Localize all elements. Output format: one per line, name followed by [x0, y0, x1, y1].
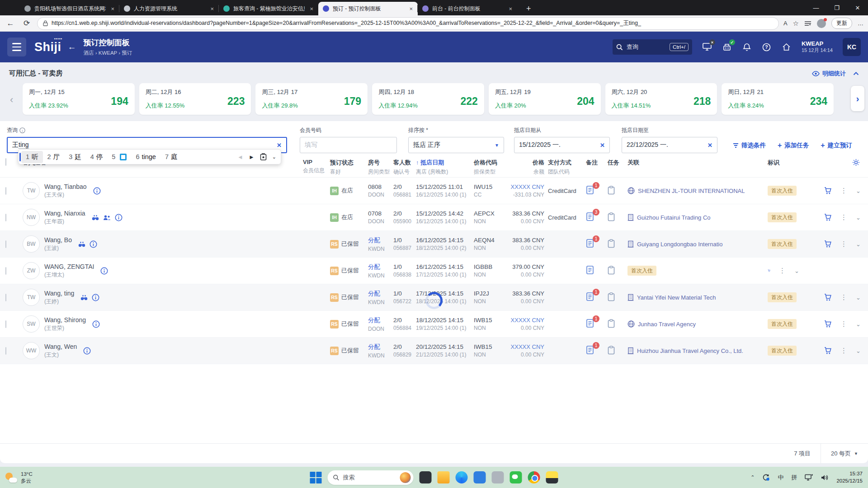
browser-tab[interactable]: 旅客查询 - 紫楠旅馆业治安信息管 ×	[219, 2, 318, 15]
col-tag[interactable]: 标识	[768, 159, 807, 167]
cart-icon[interactable]	[824, 293, 832, 301]
start-button[interactable]	[310, 472, 322, 483]
row-more-menu-icon[interactable]: ⋮	[840, 187, 847, 195]
detail-stats-link[interactable]: 明细统计	[812, 70, 846, 78]
browser-update-button[interactable]: 更新	[831, 18, 852, 29]
guest-name[interactable]: Wang, ting	[44, 290, 74, 297]
linked-company[interactable]: Junhao Travel Agency	[627, 320, 768, 328]
ime-candidate[interactable]: 2 厅	[43, 151, 65, 163]
row-expand-chevron-icon[interactable]: ⌄	[794, 267, 799, 274]
global-search-input[interactable]: 查询 Ctrl+/	[613, 39, 692, 55]
taskbar-search-input[interactable]: 搜索	[328, 470, 414, 485]
row-checkbox[interactable]	[5, 294, 6, 301]
info-icon[interactable]	[100, 267, 108, 275]
col-guests[interactable]: 客人数	[393, 159, 416, 167]
task-clipboard-icon[interactable]	[608, 346, 615, 355]
notifications-bell-icon[interactable]	[742, 42, 752, 52]
availability-card[interactable]: 周一, 12月 15 入住率 23.92% 194	[23, 83, 135, 115]
room-number[interactable]: 分配	[368, 343, 393, 351]
room-number[interactable]: 0808	[368, 183, 393, 190]
reservation-row[interactable]: ZW WANG, ZENGTAI (王增太) RS	[0, 258, 868, 284]
info-icon[interactable]	[90, 240, 97, 248]
row-expand-chevron-icon[interactable]: ⌄	[856, 188, 861, 194]
info-icon[interactable]	[92, 320, 100, 328]
task-clipboard-icon[interactable]	[608, 239, 615, 248]
guest-name[interactable]: Wang, Bo	[44, 236, 72, 244]
file-explorer-icon[interactable]	[438, 471, 450, 483]
notes-icon[interactable]: 1	[586, 239, 596, 249]
price[interactable]: XXXXX CNY	[509, 183, 544, 190]
ime-next-icon[interactable]: ►	[249, 154, 255, 160]
tab-close-icon[interactable]: ×	[507, 5, 514, 12]
availability-card[interactable]: 周五, 12月 19 入住率 20% 204	[489, 83, 601, 115]
back-icon[interactable]: ←	[5, 19, 16, 28]
col-arrival-sorted[interactable]: ↑ 抵店日期	[416, 159, 474, 167]
notes-icon[interactable]	[586, 265, 596, 275]
row-more-menu-icon[interactable]: ⋮	[840, 213, 847, 221]
menu-icon[interactable]	[7, 38, 26, 56]
info-icon[interactable]	[93, 187, 101, 195]
ime-prev-icon[interactable]: ◄	[237, 154, 243, 160]
browser-tab[interactable]: 贵阳机场智选假日酒店系统网址导 ×	[20, 2, 119, 15]
guest-name[interactable]: Wang, Wen	[44, 343, 77, 350]
reservation-row[interactable]: NW Wang, Nianxia (王年霞) IH	[0, 204, 868, 231]
price[interactable]: XXXXX CNY	[509, 343, 544, 350]
create-reservation-button[interactable]: + 建立预订	[821, 141, 852, 150]
breadcrumb[interactable]: 酒店 › KWEAP › 预订	[84, 50, 132, 56]
taskbar-clock[interactable]: 15:37 2025/12/15	[836, 470, 863, 484]
reservation-row[interactable]: BW Wang, Bo (王波) RS	[0, 231, 868, 258]
task-clipboard-icon[interactable]	[608, 266, 615, 275]
cart-icon[interactable]	[768, 267, 770, 275]
store-icon[interactable]	[474, 471, 486, 483]
network-icon[interactable]	[805, 474, 813, 481]
reservation-row[interactable]: SW Wang, Shirong (王世荣) RS	[0, 311, 868, 338]
query-clear-icon[interactable]: ✕	[277, 142, 282, 149]
notes-icon[interactable]: 3	[586, 212, 596, 222]
task-clipboard-icon[interactable]	[608, 292, 615, 301]
close-button[interactable]: ✕	[847, 0, 868, 15]
reservation-row[interactable]: TW Wang, Tianbao (王天保) IH	[0, 178, 868, 204]
linked-company[interactable]: Guizhou Futairui Trading Co	[627, 214, 768, 221]
guest-name[interactable]: Wang, Tianbao	[44, 183, 87, 190]
collapse-chevron-icon[interactable]	[853, 72, 859, 75]
col-payment[interactable]: 支付方式	[548, 159, 586, 167]
row-checkbox[interactable]	[5, 347, 6, 355]
task-clipboard-icon[interactable]	[608, 186, 615, 195]
cart-icon[interactable]	[824, 240, 832, 248]
col-notes[interactable]: 备注	[586, 159, 608, 167]
browser-tab[interactable]: 人力资源管理系统 ×	[119, 2, 219, 15]
add-task-button[interactable]: + 添加任务	[778, 141, 809, 150]
notes-icon[interactable]: 1	[586, 292, 596, 302]
room-number[interactable]: 分配	[368, 290, 393, 298]
browser-menu-icon[interactable]: …	[858, 20, 863, 27]
guest-name[interactable]: WANG, ZENGTAI	[44, 263, 94, 270]
collections-icon[interactable]	[804, 20, 811, 27]
row-more-menu-icon[interactable]: ⋮	[840, 240, 847, 248]
ime-candidate[interactable]: 1 听	[21, 151, 43, 163]
tab-close-icon[interactable]: ×	[308, 5, 315, 12]
app-icon-yellow[interactable]	[546, 471, 558, 483]
col-status[interactable]: 预订状态	[330, 159, 368, 167]
favorite-star-icon[interactable]: ☆	[793, 19, 799, 28]
volume-icon[interactable]	[821, 474, 829, 481]
arrival-from-clear-icon[interactable]: ✕	[600, 142, 605, 149]
cart-icon[interactable]	[824, 187, 832, 195]
address-bar[interactable]: https://cn1.web.ep.shiji.world/individua…	[37, 17, 779, 30]
ime-mode-indicator[interactable]: 拼	[791, 474, 797, 482]
linked-company[interactable]: Guiyang Longdongbao Internatio	[627, 240, 768, 248]
binoculars-icon[interactable]	[80, 295, 88, 300]
taskbar-weather-widget[interactable]: 13°C 多云	[5, 471, 33, 484]
col-tasks[interactable]: 任务	[608, 159, 627, 167]
member-input[interactable]: 填写	[300, 137, 397, 153]
ime-clipboard-icon[interactable]	[260, 153, 267, 160]
row-checkbox[interactable]	[5, 187, 6, 195]
column-settings-gear-icon[interactable]	[852, 159, 860, 166]
carousel-next-button[interactable]: ›	[851, 86, 864, 111]
linked-company[interactable]: Yantai Yifei New Material Tech	[627, 294, 768, 301]
property-block[interactable]: KWEAP 15 12月 14:14	[802, 40, 833, 54]
group-icon[interactable]	[103, 215, 111, 221]
arrival-from-input[interactable]: 15/12/2025 一. ✕	[514, 137, 610, 153]
row-more-menu-icon[interactable]: ⋮	[779, 267, 786, 275]
guest-name[interactable]: Wang, Shirong	[44, 316, 86, 324]
wechat-icon[interactable]	[510, 471, 522, 483]
